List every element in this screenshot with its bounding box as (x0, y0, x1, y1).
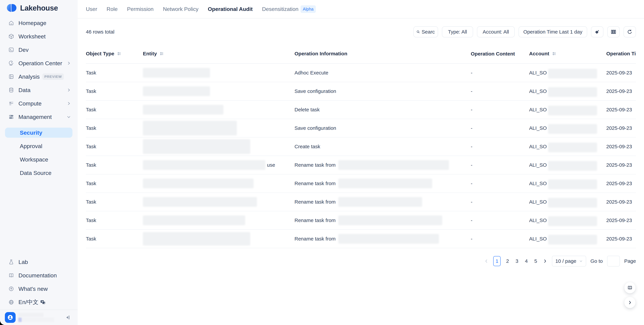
documentation-fab[interactable] (624, 282, 636, 293)
sorter-icon[interactable] (116, 52, 121, 56)
sidebar-item-documentation[interactable]: Documentation (0, 269, 78, 282)
page-number-2[interactable]: 2 (505, 258, 510, 264)
sidebar-item-data[interactable]: Data (0, 83, 78, 97)
table-row[interactable]: Task Adhoc Execute - ALI_SO 2025-09-23 (86, 64, 636, 82)
analysis-panel-icon (8, 74, 14, 80)
page-number-4[interactable]: 4 (524, 258, 529, 264)
page-number-3[interactable]: 3 (514, 258, 520, 264)
redacted-account (548, 124, 597, 134)
tab-user[interactable]: User (86, 6, 97, 12)
table-row[interactable]: Task use Rename task from - ALI_SO 2025-… (86, 156, 636, 174)
tab-operational-audit[interactable]: Operational Audit (208, 6, 252, 12)
search-box[interactable] (414, 26, 438, 38)
table-row[interactable]: Task Rename task from - ALI_SO 2025-09-2… (86, 193, 636, 211)
translate-icon (40, 299, 46, 305)
sidebar-item-language[interactable]: En/中文 (0, 296, 78, 309)
col-header-object-type[interactable]: Object Type (86, 51, 143, 56)
sidebar-item-label: Operation Center (18, 60, 62, 66)
sidebar-item-workspace[interactable]: Workspace (0, 153, 78, 166)
cell-operation-time: 2025-09-23 (606, 144, 636, 150)
sidebar-subitem-label: Data Source (20, 170, 52, 176)
brand-logo[interactable]: Lakehouse (6, 4, 58, 12)
page-size-select[interactable]: 10 / page (552, 256, 586, 266)
sidebar-item-management[interactable]: Management (0, 110, 78, 124)
sidebar-item-dev[interactable]: Dev (0, 43, 78, 56)
cell-account: ALI_SO (529, 86, 606, 96)
sidebar-item-analysis[interactable]: Analysis PREVIEW (0, 70, 78, 83)
tab-network-policy[interactable]: Network Policy (163, 6, 198, 12)
redacted-operation-detail (338, 178, 432, 188)
cell-operation-information: Rename task from (294, 178, 471, 188)
col-header-account[interactable]: Account (529, 51, 606, 56)
sidebar: Lakehouse Homepage Worksheet Dev Operati… (0, 0, 78, 325)
search-input[interactable] (422, 29, 435, 35)
col-header-entity[interactable]: Entity (143, 51, 294, 56)
operation-time-filter-button[interactable]: Operation Time Last 1 day (518, 26, 587, 38)
column-settings-button[interactable] (607, 26, 620, 38)
collapse-sidebar-icon[interactable] (64, 314, 71, 321)
redacted-account (548, 106, 597, 116)
page-number-1[interactable]: 1 (493, 256, 500, 266)
lakehouse-logo-icon (6, 4, 17, 12)
cell-operation-content: - (471, 70, 529, 76)
sidebar-item-whats-new[interactable]: What's new (0, 282, 78, 296)
clear-filters-button[interactable] (591, 26, 604, 38)
globe-icon (8, 299, 14, 305)
cell-operation-information: Save configuration (294, 125, 471, 131)
table-row[interactable]: Task Rename task from - ALI_SO 2025-09-2… (86, 174, 636, 193)
cell-account: ALI_SO (529, 216, 606, 225)
open-book-icon (8, 272, 14, 278)
cell-object-type: Task (86, 180, 143, 186)
cell-entity (143, 232, 294, 246)
table-row[interactable]: Task Delete task - ALI_SO 2025-09-23 (86, 100, 636, 119)
cell-account: ALI_SO (529, 68, 606, 78)
cell-operation-content: - (471, 88, 529, 94)
type-filter-button[interactable]: Type: All (442, 26, 473, 38)
account-filter-button[interactable]: Account: All (477, 26, 515, 38)
cell-object-type: Task (86, 125, 143, 131)
sidebar-item-approval[interactable]: Approval (0, 139, 78, 153)
sidebar-item-lab[interactable]: Lab (0, 255, 78, 269)
expand-panel-fab[interactable] (624, 297, 636, 308)
cell-account: ALI_SO (529, 178, 606, 188)
table-row[interactable]: Task Save configuration - ALI_SO 2025-09… (86, 119, 636, 138)
sidebar-item-homepage[interactable]: Homepage (0, 16, 78, 30)
goto-page-input[interactable] (607, 256, 620, 266)
chevron-down-icon (67, 115, 70, 119)
cell-operation-time: 2025-09-23 (606, 162, 636, 168)
user-avatar[interactable] (5, 312, 16, 323)
sidebar-item-data-source[interactable]: Data Source (0, 166, 78, 180)
chevron-right-icon (628, 300, 632, 305)
app-window: Lakehouse Homepage Worksheet Dev Operati… (0, 0, 644, 325)
tab-role[interactable]: Role (107, 6, 118, 12)
preview-badge: PREVIEW (42, 74, 64, 80)
page-number-5[interactable]: 5 (533, 258, 538, 264)
sorter-icon[interactable] (552, 52, 556, 56)
sidebar-item-worksheet[interactable]: Worksheet (0, 30, 78, 43)
table-row[interactable]: Task Rename task from - ALI_SO 2025-09-2… (86, 211, 636, 230)
redacted-entity (143, 139, 250, 154)
next-page-icon[interactable] (542, 258, 548, 264)
radar-icon (8, 60, 14, 66)
redacted-operation-detail (338, 234, 439, 244)
table-row[interactable]: Task Rename task from - ALI_SO 2025-09-2… (86, 230, 636, 248)
table-row[interactable]: Task Create task - ALI_SO 2025-09-23 (86, 138, 636, 156)
terminal-icon (8, 47, 14, 53)
sidebar-item-label: Management (18, 114, 52, 120)
tab-permission[interactable]: Permission (127, 6, 154, 12)
sidebar-item-compute[interactable]: Compute (0, 97, 78, 110)
cell-operation-information: Rename task from (294, 160, 471, 170)
flask-icon (8, 259, 14, 265)
prev-page-icon[interactable] (484, 258, 489, 264)
sorter-icon[interactable] (159, 52, 164, 56)
table-row[interactable]: Task Save configuration - ALI_SO 2025-09… (86, 82, 636, 100)
sidebar-item-security[interactable]: Security (0, 126, 78, 139)
tab-desensitization[interactable]: DesensitizationAlpha (262, 5, 316, 13)
arrow-up-circle-icon (8, 286, 14, 292)
cell-object-type: Task (86, 162, 143, 168)
refresh-button[interactable] (624, 26, 636, 38)
sidebar-item-operation-center[interactable]: Operation Center (0, 56, 78, 70)
table-body: Task Adhoc Execute - ALI_SO 2025-09-23 T… (86, 64, 636, 248)
redacted-operation-detail (338, 160, 449, 170)
goto-label: Go to (590, 258, 603, 264)
